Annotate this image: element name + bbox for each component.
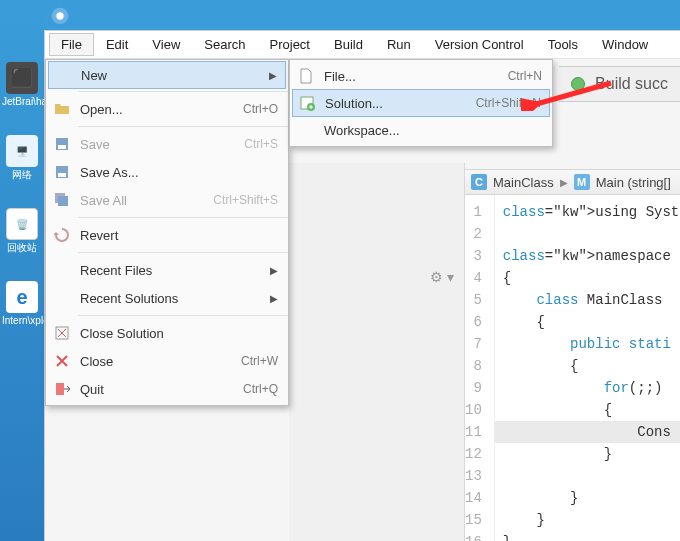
menu-separator — [78, 217, 288, 218]
line-number: 16 — [465, 531, 482, 541]
class-badge-icon: C — [471, 174, 487, 190]
chevron-right-icon: ▶ — [268, 293, 278, 304]
code-line: } — [503, 446, 612, 462]
code-editor[interactable]: 12345678910111213141516 class="kw">using… — [465, 195, 680, 541]
menuitem-shortcut: Ctrl+W — [241, 354, 278, 368]
method-badge-icon: M — [574, 174, 590, 190]
code-line: class="kw">namespace Mode01 — [503, 248, 680, 264]
menu-search[interactable]: Search — [192, 33, 257, 56]
menuitem-recent-files[interactable]: Recent Files▶ — [46, 256, 288, 284]
menu-window[interactable]: Window — [590, 33, 660, 56]
code-line: class MainClass — [503, 292, 663, 308]
line-number: 4 — [465, 267, 482, 289]
annotation-arrow — [521, 75, 621, 111]
svg-point-1 — [56, 12, 63, 19]
blank-icon — [53, 66, 73, 84]
menu-tools[interactable]: Tools — [536, 33, 590, 56]
revert-icon — [52, 226, 72, 244]
svg-rect-3 — [58, 145, 66, 149]
desktop-label: 网络 — [2, 169, 42, 180]
save-icon — [52, 163, 72, 181]
jetbrains-icon: ⬛ — [6, 62, 38, 94]
menu-file-dropdown: New▶Open...Ctrl+OSaveCtrl+SSave As...Sav… — [45, 59, 289, 406]
line-number: 3 — [465, 245, 482, 267]
menu-project[interactable]: Project — [258, 33, 322, 56]
code-line: { — [503, 270, 511, 286]
close-icon — [52, 352, 72, 370]
solution-panel: ⚙ ▾ — [289, 163, 465, 541]
line-number: 10 — [465, 399, 482, 421]
chevron-right-icon: ▶ — [560, 177, 568, 188]
svg-rect-7 — [58, 196, 68, 206]
save-icon — [52, 135, 72, 153]
ide-logo-icon — [49, 5, 71, 27]
menuitem-save-as[interactable]: Save As... — [46, 158, 288, 186]
menuitem-label: Open... — [80, 102, 243, 117]
svg-line-12 — [533, 83, 611, 105]
menu-view[interactable]: View — [140, 33, 192, 56]
chevron-right-icon: ▶ — [268, 265, 278, 276]
menuitem-shortcut: Ctrl+O — [243, 102, 278, 116]
menuitem-label: New — [81, 68, 267, 83]
menuitem-save: SaveCtrl+S — [46, 130, 288, 158]
code-line: } — [503, 490, 579, 506]
menu-file[interactable]: File — [49, 33, 94, 56]
line-number: 15 — [465, 509, 482, 531]
menu-version-control[interactable]: Version Control — [423, 33, 536, 56]
code-line: public stati — [503, 336, 671, 352]
menuitem-recent-solutions[interactable]: Recent Solutions▶ — [46, 284, 288, 312]
desktop-icon-jetbrains[interactable]: ⬛ JetBrai\harm — [2, 62, 42, 107]
desktop-icon-network[interactable]: 🖥️ 网络 — [2, 135, 42, 180]
code-area[interactable]: class="kw">using System; class="kw">name… — [495, 195, 680, 541]
code-line: } — [503, 534, 511, 541]
line-number: 1 — [465, 201, 482, 223]
submenuitem-label: File... — [324, 69, 508, 84]
menu-run[interactable]: Run — [375, 33, 423, 56]
menuitem-label: Quit — [80, 382, 243, 397]
menuitem-label: Save As... — [80, 165, 278, 180]
code-line: { — [503, 314, 545, 330]
menuitem-label: Revert — [80, 228, 278, 243]
saveall-icon — [52, 191, 72, 209]
line-number: 5 — [465, 289, 482, 311]
submenuitem-file[interactable]: File...Ctrl+N — [290, 62, 552, 90]
code-line: for(;;) — [503, 380, 663, 396]
menu-new-submenu: File...Ctrl+NSolution...Ctrl+Shift+NWork… — [289, 59, 553, 147]
menuitem-revert[interactable]: Revert — [46, 221, 288, 249]
menu-edit[interactable]: Edit — [94, 33, 140, 56]
breadcrumb-class[interactable]: MainClass — [493, 175, 554, 190]
desktop-icon-recyclebin[interactable]: 🗑️ 回收站 — [2, 208, 42, 253]
menuitem-new[interactable]: New▶ — [48, 61, 286, 89]
svg-rect-9 — [56, 383, 64, 395]
desktop-label: 回收站 — [2, 242, 42, 253]
submenuitem-workspace[interactable]: Workspace... — [290, 116, 552, 144]
submenuitem-solution[interactable]: Solution...Ctrl+Shift+N — [292, 89, 550, 117]
menuitem-close-solution[interactable]: Close Solution — [46, 319, 288, 347]
menuitem-open[interactable]: Open...Ctrl+O — [46, 95, 288, 123]
breadcrumb-method[interactable]: Main (string[] — [596, 175, 671, 190]
menu-separator — [78, 252, 288, 253]
menuitem-shortcut: Ctrl+S — [244, 137, 278, 151]
code-line: { — [503, 402, 612, 418]
gear-icon[interactable]: ⚙ ▾ — [430, 269, 454, 285]
menu-separator — [78, 315, 288, 316]
recycle-bin-icon: 🗑️ — [6, 208, 38, 240]
breadcrumb: C MainClass ▶ M Main (string[] — [465, 169, 680, 195]
menubar: FileEditViewSearchProjectBuildRunVersion… — [45, 31, 680, 59]
line-number: 14 — [465, 487, 482, 509]
menuitem-close[interactable]: CloseCtrl+W — [46, 347, 288, 375]
desktop-label: Intern\xplore — [2, 315, 42, 326]
line-gutter: 12345678910111213141516 — [465, 195, 495, 541]
desktop-icon-ie[interactable]: e Intern\xplore — [2, 281, 42, 326]
menuitem-shortcut: Ctrl+Q — [243, 382, 278, 396]
chevron-right-icon: ▶ — [267, 70, 277, 81]
menuitem-quit[interactable]: QuitCtrl+Q — [46, 375, 288, 403]
file-icon — [296, 67, 316, 85]
desktop-background: ⬛ JetBrai\harm 🖥️ 网络 🗑️ 回收站 e Intern\xpl… — [0, 0, 44, 541]
ie-icon: e — [6, 281, 38, 313]
menu-build[interactable]: Build — [322, 33, 375, 56]
menu-separator — [78, 126, 288, 127]
solution-icon — [297, 94, 317, 112]
line-number: 2 — [465, 223, 482, 245]
menuitem-label: Recent Solutions — [80, 291, 268, 306]
